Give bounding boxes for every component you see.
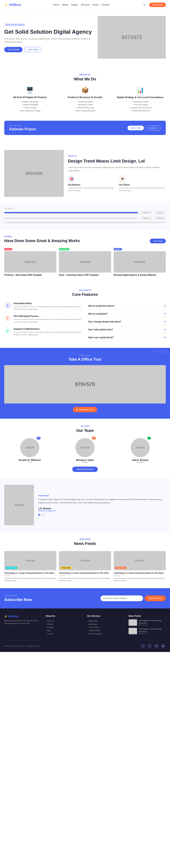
footer-about-link-5[interactable]: Contact (46, 632, 83, 635)
what-card-1-title: All Kind Of Digital UX Product (4, 96, 55, 98)
team-avatar-1: 300X300 94 (20, 438, 39, 457)
twitter-icon[interactable]: t (147, 644, 152, 649)
dot-2[interactable] (41, 514, 42, 516)
footer-about-links: About Us Services Portfolio Blog Contact (46, 619, 83, 635)
footer-news-title: News Feeds (129, 615, 166, 617)
footer-services-title: Our Services (87, 615, 124, 617)
news-badge-1: 30 April 2021 (5, 567, 17, 569)
footer-news-title-2: Technology Is A Great Turning Revolution (139, 628, 166, 632)
nav-services[interactable]: Services (81, 3, 90, 6)
core-num-1: 1 (4, 302, 11, 309)
faq-question-2[interactable]: How to customize? + (88, 312, 166, 315)
portfolio-card-3: Remetix 300X325 Remetix Digital Agency &… (114, 247, 166, 276)
portfolio-header: Portfolio Have Done Some Great & Amazing… (4, 236, 166, 243)
youtube-icon[interactable]: ▶ (161, 644, 166, 649)
what-card-1: 🖥️ All Kind Of Digital UX Product Mobile… (4, 87, 55, 112)
news-image-2: 370X280 30 April 2021 (59, 551, 111, 570)
footer-news-2: Technology Is A Great Turning Revolution… (129, 628, 166, 634)
footer-services-link-2[interactable]: App Design (87, 623, 124, 626)
faq-question-1[interactable]: How to install this theme? + (88, 304, 166, 308)
estimate-tag: Estimate Project (9, 125, 36, 126)
footer-about-link-1[interactable]: About Us (46, 619, 83, 623)
news-meta-1: By Admin (4, 575, 56, 577)
hero-outline-button[interactable]: Learn More (24, 47, 41, 52)
faq-question-5[interactable]: How I can I easily friend? + (88, 336, 166, 339)
contact-us-button[interactable]: Contact Us (145, 126, 161, 130)
footer-logo: ⚡ VoltBuzz (4, 615, 41, 618)
design-content: About Us Design Trend Means Limit Design… (68, 155, 166, 192)
footer-about-link-3[interactable]: Portfolio (46, 626, 83, 629)
office-tour-section: Video Gallery Take A Office Tour 970×570… (0, 348, 170, 418)
office-explore-button[interactable]: ▶ Business Gives (73, 407, 97, 412)
typo-row-2: 169X66 169X56 (4, 216, 166, 220)
search-icon[interactable]: 🔍 (141, 2, 147, 8)
faq-question-3[interactable]: Can I change design from there? + (88, 320, 166, 323)
nav-pages[interactable]: Pages (71, 3, 78, 6)
vision-title: Our Vision (119, 184, 166, 186)
mission-item: 🎯 Our Mission Lorem ipsum dolor sit amet… (68, 176, 115, 192)
footer-services-link-3[interactable]: UI/UX Design (87, 626, 124, 629)
view-all-button[interactable]: View All Members (72, 467, 97, 472)
core-feature-2-desc: Lorem ipsum dolor sit amet, consectetur … (13, 318, 82, 323)
core-feature-3-desc: Lorem ipsum dolor sit amet, consectetur … (13, 331, 82, 336)
team-member-1: 300X300 94 Rosaline D. Wilkinson CEO (4, 438, 55, 463)
footer-about-link-4[interactable]: Blog (46, 629, 83, 632)
subscribe-email-input[interactable] (100, 595, 143, 601)
footer-news-2-content: Technology Is A Great Turning Revolution… (139, 628, 166, 634)
typo-row-1: 169X53 169X50 (4, 211, 166, 215)
faq-question-4[interactable]: Can I edit anytime from? + (88, 328, 166, 331)
nav-about[interactable]: About (62, 3, 68, 6)
linkedin-icon[interactable]: in (154, 644, 159, 649)
typo-bar-3 (4, 222, 166, 223)
subscribe-button[interactable]: Subscribe Now (145, 595, 166, 601)
portfolio-badge-1: Protech (4, 248, 12, 250)
what-card-3-item-2: PR App Coding (115, 103, 166, 106)
what-card-1-item-2: Website Redesign (4, 103, 55, 106)
testimonial-section: 354X578 Testimonial "I've been a keen ob… (0, 478, 170, 532)
hero-desc: Lorem ipsum dolor sit amet, consectetur … (4, 37, 93, 43)
office-tag: Video Gallery (4, 354, 166, 356)
hero-primary-button[interactable]: Get A Quote (4, 47, 23, 52)
what-card-3-item-1: Business Consult (115, 100, 166, 103)
footer-social: f t in ▶ (140, 644, 166, 649)
core-feature-3-content: Support & Maintenance Lorem ipsum dolor … (13, 328, 82, 336)
team-name-1: Rosaline D. Wilkinson (4, 459, 55, 461)
hero-tag: Best Creative Agency (4, 23, 26, 26)
footer-brand-col: ⚡ VoltBuzz Morbi accumsan ipsum velit. N… (4, 615, 41, 637)
nav-home[interactable]: Home (53, 3, 59, 6)
typo-thumb-4: 169X56 (154, 216, 166, 220)
subscribe-form: Subscribe Now (100, 595, 166, 601)
dot-1[interactable] (38, 514, 40, 516)
footer-desc: Morbi accumsan ipsum velit. Nam nec tell… (4, 620, 41, 625)
typo-bar-1 (4, 212, 138, 213)
core-feature-1-title: Innovative Ideas (13, 302, 82, 305)
design-title: Design Trend Means Limit Design. Lol (68, 158, 166, 164)
footer-services-link-4[interactable]: Graphic Design (87, 629, 124, 632)
footer-about-link-2[interactable]: Services (46, 623, 83, 626)
typo-bar-2 (4, 218, 138, 219)
dot-3[interactable] (43, 514, 45, 516)
vision-item: 👁️ Our Vision Lorem ipsum dolor sit amet… (119, 176, 166, 192)
team-member-3: 300X300 72 Jibal D. Brownio Developer (115, 438, 166, 463)
footer-services-link-1[interactable]: Web Design (87, 619, 124, 623)
logo-icon: ⚡ (4, 3, 8, 6)
estimate-left: Estimate Project Estimate Project (9, 125, 36, 131)
call-now-button[interactable]: Call Us Now (127, 126, 144, 130)
footer-grid: ⚡ VoltBuzz Morbi accumsan ipsum velit. N… (4, 615, 166, 637)
news-image-1: 370X280 30 April 2021 (4, 551, 56, 570)
office-btn-label: Business Gives (79, 408, 94, 411)
subscribe-inner: Subscribe Now Subscribe Now Subscribe No… (4, 595, 166, 602)
nav-contact[interactable]: Contact (101, 3, 110, 6)
testimonial-content: Testimonial "I've been a keen observer o… (38, 495, 166, 516)
portfolio-image-1: 300X325 (4, 251, 56, 273)
footer-about-col: About Us About Us Services Portfolio Blo… (46, 615, 83, 637)
estimate-bar: Estimate Project Estimate Project Call U… (4, 121, 166, 135)
nav-news[interactable]: News (93, 3, 98, 6)
news-meta-2: By Admin (59, 575, 111, 577)
footer-news-date-2: April 10, 2021 (139, 633, 166, 634)
facebook-icon[interactable]: f (140, 644, 145, 649)
cta-button[interactable]: Get A Quote (149, 3, 166, 7)
footer-services-link-5[interactable]: SEO & Marketing (87, 632, 124, 635)
news-title-3: Technology Is A Great Turning Revolution… (114, 572, 166, 574)
case-study-button[interactable]: Case Study (150, 239, 166, 243)
